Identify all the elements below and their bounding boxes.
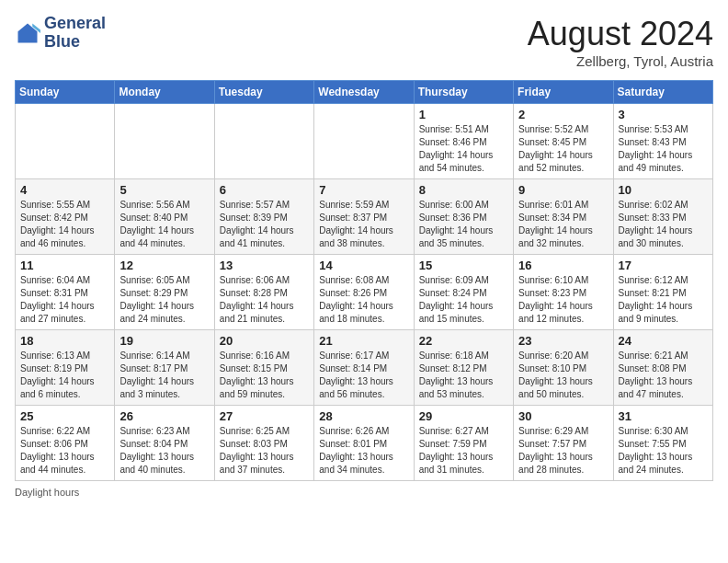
logo-line2: Blue	[44, 33, 106, 52]
footer-note: Daylight hours	[15, 487, 713, 498]
day-number: 1	[419, 108, 508, 121]
day-number: 26	[119, 409, 209, 423]
calendar-cell: 29Sunrise: 6:27 AM Sunset: 7:59 PM Dayli…	[414, 406, 513, 481]
logo: General Blue	[15, 15, 106, 52]
day-info: Sunrise: 6:18 AM Sunset: 8:12 PM Dayligh…	[419, 350, 508, 401]
day-info: Sunrise: 6:05 AM Sunset: 8:29 PM Dayligh…	[119, 274, 209, 326]
day-number: 27	[220, 409, 309, 423]
day-number: 21	[319, 334, 408, 348]
week-row-1: 4Sunrise: 5:55 AM Sunset: 8:42 PM Daylig…	[16, 179, 713, 255]
day-number: 28	[319, 409, 408, 423]
day-number: 3	[619, 108, 708, 121]
calendar-cell	[115, 104, 214, 179]
day-number: 17	[619, 259, 708, 272]
calendar-cell: 7Sunrise: 5:59 AM Sunset: 8:37 PM Daylig…	[314, 179, 414, 255]
day-info: Sunrise: 6:10 AM Sunset: 8:23 PM Dayligh…	[518, 274, 608, 326]
day-number: 13	[220, 259, 309, 272]
calendar-cell	[314, 104, 414, 179]
day-number: 10	[619, 183, 708, 197]
day-number: 5	[119, 183, 209, 197]
day-info: Sunrise: 6:23 AM Sunset: 8:04 PM Dayligh…	[119, 425, 209, 477]
day-info: Sunrise: 5:55 AM Sunset: 8:42 PM Dayligh…	[20, 199, 109, 250]
day-info: Sunrise: 6:09 AM Sunset: 8:24 PM Dayligh…	[419, 274, 508, 326]
day-header-wednesday: Wednesday	[314, 81, 414, 104]
day-number: 15	[419, 259, 508, 272]
calendar-cell: 9Sunrise: 6:01 AM Sunset: 8:34 PM Daylig…	[514, 179, 613, 255]
logo-line1: General	[44, 15, 106, 33]
day-number: 9	[518, 183, 608, 197]
calendar-cell: 28Sunrise: 6:26 AM Sunset: 8:01 PM Dayli…	[314, 406, 414, 481]
calendar-cell: 13Sunrise: 6:06 AM Sunset: 8:28 PM Dayli…	[214, 255, 313, 330]
day-info: Sunrise: 6:08 AM Sunset: 8:26 PM Dayligh…	[319, 274, 408, 326]
day-info: Sunrise: 6:04 AM Sunset: 8:31 PM Dayligh…	[20, 274, 109, 326]
day-info: Sunrise: 6:13 AM Sunset: 8:19 PM Dayligh…	[20, 350, 109, 401]
day-number: 30	[518, 409, 608, 423]
day-header-sunday: Sunday	[16, 81, 115, 104]
day-number: 20	[220, 334, 309, 348]
calendar-cell: 22Sunrise: 6:18 AM Sunset: 8:12 PM Dayli…	[414, 330, 513, 406]
day-info: Sunrise: 5:53 AM Sunset: 8:43 PM Dayligh…	[619, 123, 708, 175]
week-row-0: 1Sunrise: 5:51 AM Sunset: 8:46 PM Daylig…	[16, 104, 713, 179]
day-info: Sunrise: 6:30 AM Sunset: 7:55 PM Dayligh…	[619, 425, 708, 477]
calendar-cell: 18Sunrise: 6:13 AM Sunset: 8:19 PM Dayli…	[16, 330, 115, 406]
calendar-cell: 15Sunrise: 6:09 AM Sunset: 8:24 PM Dayli…	[414, 255, 513, 330]
day-info: Sunrise: 6:17 AM Sunset: 8:14 PM Dayligh…	[319, 350, 408, 401]
day-header-friday: Friday	[514, 81, 613, 104]
calendar-cell: 6Sunrise: 5:57 AM Sunset: 8:39 PM Daylig…	[214, 179, 313, 255]
day-info: Sunrise: 5:59 AM Sunset: 8:37 PM Dayligh…	[319, 199, 408, 250]
day-info: Sunrise: 6:29 AM Sunset: 7:57 PM Dayligh…	[518, 425, 608, 477]
calendar-cell: 4Sunrise: 5:55 AM Sunset: 8:42 PM Daylig…	[16, 179, 115, 255]
calendar-cell: 10Sunrise: 6:02 AM Sunset: 8:33 PM Dayli…	[613, 179, 712, 255]
day-number: 25	[20, 409, 109, 423]
day-number: 23	[518, 334, 608, 348]
day-info: Sunrise: 5:56 AM Sunset: 8:40 PM Dayligh…	[119, 199, 209, 250]
day-number: 7	[319, 183, 408, 197]
day-info: Sunrise: 5:57 AM Sunset: 8:39 PM Dayligh…	[220, 199, 309, 250]
day-header-thursday: Thursday	[414, 81, 513, 104]
calendar-cell: 5Sunrise: 5:56 AM Sunset: 8:40 PM Daylig…	[115, 179, 214, 255]
day-number: 24	[619, 334, 708, 348]
calendar-cell: 23Sunrise: 6:20 AM Sunset: 8:10 PM Dayli…	[514, 330, 613, 406]
logo-icon	[15, 20, 40, 46]
day-info: Sunrise: 6:00 AM Sunset: 8:36 PM Dayligh…	[419, 199, 508, 250]
footer-text: Daylight hours	[15, 487, 79, 498]
calendar-cell: 12Sunrise: 6:05 AM Sunset: 8:29 PM Dayli…	[115, 255, 214, 330]
day-number: 11	[20, 259, 109, 272]
day-info: Sunrise: 6:16 AM Sunset: 8:15 PM Dayligh…	[220, 350, 309, 401]
calendar-cell: 3Sunrise: 5:53 AM Sunset: 8:43 PM Daylig…	[613, 104, 712, 179]
day-info: Sunrise: 6:27 AM Sunset: 7:59 PM Dayligh…	[419, 425, 508, 477]
day-number: 2	[518, 108, 608, 121]
calendar-cell: 20Sunrise: 6:16 AM Sunset: 8:15 PM Dayli…	[214, 330, 313, 406]
calendar-cell: 31Sunrise: 6:30 AM Sunset: 7:55 PM Dayli…	[613, 406, 712, 481]
week-row-3: 18Sunrise: 6:13 AM Sunset: 8:19 PM Dayli…	[16, 330, 713, 406]
calendar-cell: 8Sunrise: 6:00 AM Sunset: 8:36 PM Daylig…	[414, 179, 513, 255]
day-number: 18	[20, 334, 109, 348]
day-info: Sunrise: 6:20 AM Sunset: 8:10 PM Dayligh…	[518, 350, 608, 401]
week-row-4: 25Sunrise: 6:22 AM Sunset: 8:06 PM Dayli…	[16, 406, 713, 481]
calendar-cell: 16Sunrise: 6:10 AM Sunset: 8:23 PM Dayli…	[514, 255, 613, 330]
day-info: Sunrise: 6:06 AM Sunset: 8:28 PM Dayligh…	[220, 274, 309, 326]
day-number: 14	[319, 259, 408, 272]
day-info: Sunrise: 5:51 AM Sunset: 8:46 PM Dayligh…	[419, 123, 508, 175]
day-info: Sunrise: 6:01 AM Sunset: 8:34 PM Dayligh…	[518, 199, 608, 250]
location: Zellberg, Tyrol, Austria	[528, 53, 713, 69]
day-info: Sunrise: 6:26 AM Sunset: 8:01 PM Dayligh…	[319, 425, 408, 477]
day-info: Sunrise: 6:14 AM Sunset: 8:17 PM Dayligh…	[119, 350, 209, 401]
day-header-monday: Monday	[115, 81, 214, 104]
day-info: Sunrise: 6:22 AM Sunset: 8:06 PM Dayligh…	[20, 425, 109, 477]
day-info: Sunrise: 6:02 AM Sunset: 8:33 PM Dayligh…	[619, 199, 708, 250]
day-header-tuesday: Tuesday	[214, 81, 313, 104]
day-number: 6	[220, 183, 309, 197]
week-row-2: 11Sunrise: 6:04 AM Sunset: 8:31 PM Dayli…	[16, 255, 713, 330]
calendar-cell	[16, 104, 115, 179]
day-info: Sunrise: 6:21 AM Sunset: 8:08 PM Dayligh…	[619, 350, 708, 401]
day-info: Sunrise: 6:25 AM Sunset: 8:03 PM Dayligh…	[220, 425, 309, 477]
calendar-cell: 24Sunrise: 6:21 AM Sunset: 8:08 PM Dayli…	[613, 330, 712, 406]
day-number: 8	[419, 183, 508, 197]
calendar-cell	[214, 104, 313, 179]
calendar-cell: 27Sunrise: 6:25 AM Sunset: 8:03 PM Dayli…	[214, 406, 313, 481]
day-number: 16	[518, 259, 608, 272]
day-number: 29	[419, 409, 508, 423]
calendar-table: SundayMondayTuesdayWednesdayThursdayFrid…	[15, 80, 713, 481]
calendar-cell: 17Sunrise: 6:12 AM Sunset: 8:21 PM Dayli…	[613, 255, 712, 330]
